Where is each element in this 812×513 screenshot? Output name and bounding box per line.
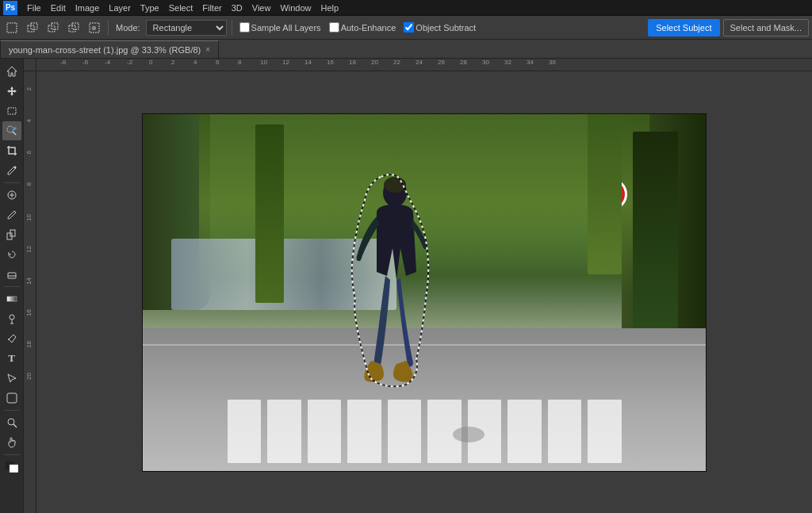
main-area: T -8 -6 -4 -2 0 — [0, 59, 812, 513]
tool-path-select[interactable] — [2, 369, 21, 388]
tool-zoom[interactable] — [2, 413, 21, 432]
separator-2 — [232, 20, 232, 36]
object-subtract-label[interactable]: Object Subtract — [416, 23, 476, 33]
photo-frame[interactable]: ⊘ — [143, 114, 706, 471]
cw-3 — [308, 400, 342, 463]
auto-enhance-label[interactable]: Auto-Enhance — [341, 23, 396, 33]
drain-cover — [453, 427, 485, 442]
tab-filename: young-man-cross-street (1).jpg @ 33.3% (… — [9, 45, 201, 55]
options-toolbar: ⊕ Mode: Rectangle Ellipse Single Row Sin… — [0, 16, 812, 40]
tool-add-selection[interactable] — [24, 19, 41, 36]
crosswalk — [228, 400, 622, 463]
auto-enhance-checkbox[interactable] — [329, 22, 339, 33]
menu-select[interactable]: Select — [164, 0, 198, 16]
svg-point-12 — [7, 126, 13, 132]
bg-tree-1 — [633, 132, 678, 328]
mode-label: Mode: — [116, 23, 140, 33]
tool-dodge[interactable] — [2, 309, 21, 328]
tool-new-selection[interactable] — [3, 19, 21, 36]
svg-rect-0 — [7, 23, 17, 33]
svg-point-23 — [8, 339, 10, 340]
left-toolbar-sep-3 — [4, 410, 20, 411]
svg-line-26 — [13, 424, 17, 427]
tab-close-button[interactable]: × — [205, 45, 210, 54]
svg-marker-10 — [7, 67, 17, 76]
tool-brush[interactable] — [2, 205, 21, 224]
menu-image[interactable]: Image — [71, 0, 105, 16]
tool-rect-marquee[interactable] — [2, 101, 21, 121]
tool-quick-select-active[interactable] — [2, 121, 21, 140]
select-mask-button[interactable]: Select and Mask... — [723, 19, 810, 36]
svg-text:⊕: ⊕ — [91, 25, 97, 32]
cw-1 — [228, 400, 262, 463]
menu-layer[interactable]: Layer — [104, 0, 136, 16]
left-toolbar-sep-4 — [4, 454, 20, 455]
tool-move[interactable] — [2, 82, 21, 101]
svg-point-13 — [13, 167, 16, 169]
tool-crop[interactable] — [2, 141, 21, 160]
svg-rect-24 — [7, 393, 17, 403]
canvas-area[interactable]: -8 -6 -4 -2 0 2 4 6 8 10 12 14 16 18 20 … — [24, 59, 812, 513]
separator-1 — [108, 20, 109, 36]
tool-gradient[interactable] — [2, 289, 21, 308]
object-subtract-checkbox[interactable] — [404, 22, 414, 33]
tool-shape[interactable] — [2, 389, 21, 408]
menu-bar: Ps File Edit Image Layer Type Select Fil… — [0, 0, 812, 16]
document-tab[interactable]: young-man-cross-street (1).jpg @ 33.3% (… — [0, 40, 219, 58]
ruler-vertical: 2 4 6 8 10 12 14 16 18 20 — [24, 71, 36, 513]
tool-pen[interactable] — [2, 329, 21, 348]
select-subject-button[interactable]: Select Subject — [648, 19, 719, 36]
sample-all-layers-label[interactable]: Sample All Layers — [251, 23, 321, 33]
tool-home[interactable] — [2, 62, 21, 81]
mode-select[interactable]: Rectangle Ellipse Single Row Single Colu… — [146, 20, 227, 36]
cw-4 — [347, 400, 381, 463]
person-container — [349, 169, 444, 392]
cw-8 — [508, 400, 542, 463]
menu-3d[interactable]: 3D — [227, 0, 247, 16]
tool-hand[interactable] — [2, 433, 21, 452]
menu-help[interactable]: Help — [316, 0, 344, 16]
svg-point-25 — [8, 419, 14, 425]
tool-history-brush[interactable] — [2, 245, 21, 264]
ruler-corner — [24, 59, 36, 71]
left-toolbar: T — [0, 59, 24, 513]
left-toolbar-sep-2 — [4, 286, 20, 287]
menu-filter[interactable]: Filter — [197, 0, 226, 16]
tool-intersect-selection[interactable] — [65, 19, 82, 36]
person-svg — [349, 169, 444, 391]
menu-window[interactable]: Window — [275, 0, 316, 16]
tool-type[interactable]: T — [2, 349, 21, 368]
tab-bar: young-man-cross-street (1).jpg @ 33.3% (… — [0, 40, 812, 59]
image-container: ⊘ — [44, 79, 804, 505]
sample-all-layers-group: Sample All Layers — [239, 22, 321, 33]
object-subtract-group: Object Subtract — [404, 22, 476, 33]
menu-file[interactable]: File — [22, 0, 46, 16]
tool-eraser[interactable] — [2, 265, 21, 284]
foreground-color-swatch[interactable] — [2, 457, 21, 477]
left-toolbar-sep-1 — [4, 182, 20, 183]
bg-tree-3 — [255, 124, 284, 303]
bg-tree-2 — [588, 114, 622, 275]
auto-enhance-group: Auto-Enhance — [329, 22, 396, 33]
cw-9 — [548, 400, 582, 463]
menu-view[interactable]: View — [247, 0, 276, 16]
svg-rect-28 — [10, 465, 18, 473]
menu-edit[interactable]: Edit — [46, 0, 71, 16]
tool-eyedropper[interactable] — [2, 161, 21, 180]
sample-all-layers-checkbox[interactable] — [239, 22, 250, 33]
tool-subtract-selection[interactable] — [44, 19, 62, 36]
app-icon: Ps — [3, 1, 17, 15]
cw-2 — [267, 400, 301, 463]
svg-point-20 — [10, 315, 14, 320]
tool-icon5[interactable]: ⊕ — [86, 19, 103, 36]
menu-type[interactable]: Type — [136, 0, 164, 16]
tool-heal[interactable] — [2, 186, 21, 205]
ruler-horizontal: -8 -6 -4 -2 0 2 4 6 8 10 12 14 16 18 20 … — [36, 59, 812, 71]
tool-clone[interactable] — [2, 225, 21, 244]
svg-rect-19 — [7, 297, 17, 301]
svg-rect-11 — [8, 108, 16, 114]
cw-10 — [588, 400, 622, 463]
cw-5 — [388, 400, 422, 463]
